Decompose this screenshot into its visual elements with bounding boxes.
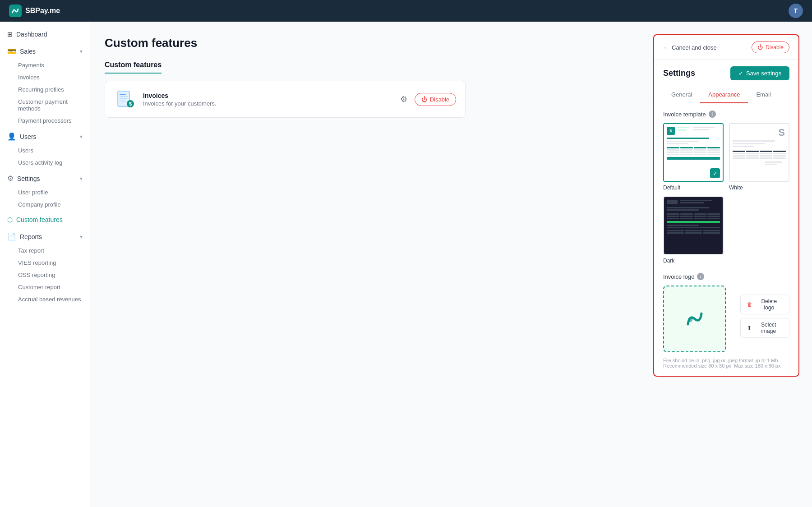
tpl-dark-logo (667, 200, 678, 204)
template-default[interactable]: $ (663, 123, 724, 191)
panel-tabs: General Appearance Email (654, 87, 798, 103)
feature-desc: Invoices for your customers. (143, 100, 391, 107)
sidebar-item-customer-report[interactable]: Customer report (0, 281, 90, 293)
top-navigation: SBPay.me T (0, 0, 812, 22)
sidebar-section-settings: ⚙ Settings ▾ User profile Company profil… (0, 171, 90, 211)
template-dark-name: Dark (663, 258, 724, 264)
sidebar-section-sales: 💳 Sales ▾ Payments Invoices Recurring pr… (0, 43, 90, 127)
sidebar-section-dashboard: ⊞ Dashboard (0, 27, 90, 41)
svg-rect-5 (120, 101, 125, 101)
power-off-icon: ⏻ (757, 44, 763, 51)
invoice-template-label: Invoice template i (663, 111, 789, 118)
template-selected-check: ✓ (710, 168, 720, 178)
sidebar-section-custom: ⬡ Custom features (0, 212, 90, 227)
custom-features-icon: ⬡ (7, 216, 13, 223)
sidebar-group-settings[interactable]: ⚙ Settings ▾ (0, 171, 90, 186)
svg-rect-4 (120, 98, 127, 99)
save-settings-button[interactable]: ✓ Save settings (730, 66, 789, 80)
svg-rect-3 (120, 96, 128, 97)
invoice-template-grid: $ (663, 123, 789, 264)
sidebar-item-payment-methods[interactable]: Customer payment methods (0, 96, 90, 115)
settings-icon: ⚙ (7, 174, 14, 183)
sidebar-item-tax-report[interactable]: Tax report (0, 244, 90, 257)
feature-icon: $ (114, 88, 136, 110)
feature-info: Invoices Invoices for your customers. (143, 92, 391, 107)
dashboard-icon: ⊞ (7, 31, 13, 38)
logo-upload-area[interactable] (663, 286, 726, 352)
sidebar-group-users[interactable]: 👤 Users ▾ (0, 129, 90, 144)
arrow-left-icon: ← (663, 44, 669, 51)
sidebar-group-reports[interactable]: 📄 Reports ▾ (0, 229, 90, 244)
checkmark-icon: ✓ (738, 70, 743, 77)
user-avatar[interactable]: T (789, 4, 803, 18)
chevron-down-icon: ▾ (80, 48, 83, 55)
select-image-button[interactable]: ⬆ Select image (740, 318, 789, 338)
feature-actions: ⚙ ⏻ Disable (398, 92, 456, 106)
settings-panel-container: ← Cancel and close ⏻ Disable Settings ✓ … (641, 22, 812, 507)
logo-hint: File should be in .png .jpg or .jpeg for… (663, 356, 789, 369)
feature-disable-button[interactable]: ⏻ Disable (415, 93, 456, 106)
main-layout: ⊞ Dashboard 💳 Sales ▾ Payments Invoices … (0, 22, 812, 507)
logo-actions: 🗑 Delete logo ⬆ Select image (740, 286, 789, 338)
sidebar-item-users[interactable]: Users (0, 144, 90, 157)
sidebar-item-processors[interactable]: Payment processors (0, 115, 90, 127)
chevron-down-icon: ▾ (80, 175, 83, 182)
feature-card-invoices: $ Invoices Invoices for your customers. … (105, 81, 466, 118)
reports-icon: 📄 (7, 232, 16, 241)
sidebar-item-vies[interactable]: VIES reporting (0, 257, 90, 269)
sidebar-item-accrual[interactable]: Accrual based revenues (0, 293, 90, 305)
template-dark[interactable]: Dark (663, 196, 724, 264)
template-default-name: Default (663, 184, 724, 191)
sidebar-item-recurring[interactable]: Recurring profiles (0, 83, 90, 96)
tpl-logo: $ (667, 127, 675, 135)
template-preview-dark (663, 196, 724, 255)
delete-logo-button[interactable]: 🗑 Delete logo (740, 295, 789, 314)
sidebar-section-reports: 📄 Reports ▾ Tax report VIES reporting OS… (0, 229, 90, 305)
template-white[interactable]: S (729, 123, 789, 191)
sidebar-item-company-profile[interactable]: Company profile (0, 198, 90, 211)
chevron-down-icon: ▾ (80, 134, 83, 140)
panel-settings-header: Settings ✓ Save settings (654, 60, 798, 87)
tab-appearance[interactable]: Appearance (700, 87, 748, 103)
svg-point-8 (688, 318, 692, 322)
sidebar-item-oss[interactable]: OSS reporting (0, 269, 90, 281)
trash-icon: 🗑 (747, 301, 752, 308)
logo-info-icon: i (697, 273, 704, 280)
panel-disable-button[interactable]: ⏻ Disable (752, 41, 789, 53)
tpl-white-s: S (778, 127, 785, 138)
template-preview-default: $ (663, 123, 724, 182)
cancel-close-button[interactable]: ← Cancel and close (663, 44, 717, 51)
section-title: Custom features (105, 61, 161, 74)
sidebar-group-sales[interactable]: 💳 Sales ▾ (0, 43, 90, 59)
page-title: Custom features (105, 36, 626, 50)
upload-icon: ⬆ (747, 325, 752, 331)
sidebar-item-user-profile[interactable]: User profile (0, 186, 90, 198)
sales-icon: 💳 (7, 47, 16, 55)
sidebar-item-invoices[interactable]: Invoices (0, 71, 90, 83)
settings-panel: ← Cancel and close ⏻ Disable Settings ✓ … (653, 34, 799, 377)
template-white-name: White (729, 184, 789, 191)
panel-body: Invoice template i $ (654, 103, 798, 376)
sidebar-section-users: 👤 Users ▾ Users Users activity log (0, 129, 90, 169)
feature-name: Invoices (143, 92, 391, 99)
users-icon: 👤 (7, 132, 16, 141)
sidebar-item-custom-features[interactable]: ⬡ Custom features (0, 212, 90, 227)
invoice-logo-label: Invoice logo i (663, 273, 789, 280)
main-content: Custom features Custom features $ Invoic… (90, 22, 641, 507)
panel-top-bar: ← Cancel and close ⏻ Disable (654, 35, 798, 60)
sidebar-item-dashboard[interactable]: ⊞ Dashboard (0, 27, 90, 41)
sidebar-item-payments[interactable]: Payments (0, 59, 90, 71)
template-preview-white: S (729, 123, 789, 182)
feature-settings-button[interactable]: ⚙ (398, 92, 409, 106)
tab-email[interactable]: Email (748, 87, 779, 103)
app-logo[interactable]: SBPay.me (9, 5, 60, 17)
sidebar-item-activity-log[interactable]: Users activity log (0, 157, 90, 169)
power-icon: ⏻ (421, 96, 427, 103)
svg-rect-2 (120, 94, 126, 95)
sidebar: ⊞ Dashboard 💳 Sales ▾ Payments Invoices … (0, 22, 90, 507)
info-icon: i (709, 111, 716, 118)
panel-settings-title: Settings (663, 69, 695, 78)
chevron-down-icon: ▾ (80, 234, 83, 240)
svg-text:$: $ (129, 101, 132, 106)
tab-general[interactable]: General (663, 87, 700, 103)
